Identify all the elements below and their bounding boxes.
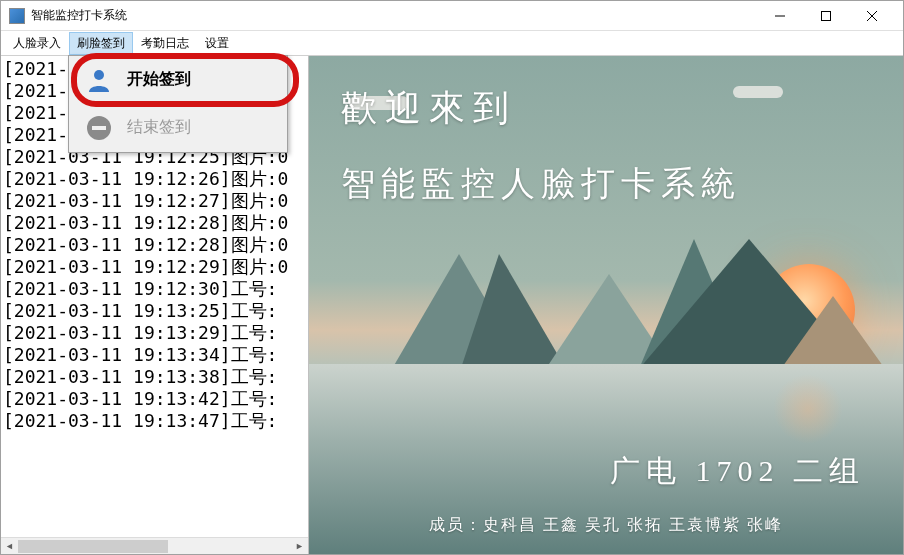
app-icon xyxy=(9,8,25,24)
log-line: [2021-03-11 19:13:34]工号: xyxy=(3,344,306,366)
svg-rect-6 xyxy=(92,126,106,130)
log-line: [2021-03-11 19:12:29]图片:0 xyxy=(3,256,306,278)
horizontal-scrollbar[interactable]: ◄ ► xyxy=(1,537,308,554)
svg-point-4 xyxy=(94,70,104,80)
scroll-thumb[interactable] xyxy=(18,540,168,553)
scroll-right-icon[interactable]: ► xyxy=(291,538,308,555)
menu-face-signin[interactable]: 刷脸签到 开始签到 结束签到 xyxy=(69,32,133,55)
log-line: [2021-03-11 19:13:25]工号: xyxy=(3,300,306,322)
log-line: [2021-03-11 19:12:27]图片:0 xyxy=(3,190,306,212)
sun-reflection xyxy=(773,374,843,444)
stop-icon xyxy=(85,114,113,142)
titlebar: 智能监控打卡系统 xyxy=(1,1,903,31)
menu-face-signin-label: 刷脸签到 xyxy=(77,36,125,50)
log-line: [2021-03-11 19:12:26]图片:0 xyxy=(3,168,306,190)
window-title: 智能监控打卡系统 xyxy=(31,7,757,24)
log-line: [2021-03-11 19:12:30]工号: xyxy=(3,278,306,300)
log-line: [2021-03-11 19:13:38]工号: xyxy=(3,366,306,388)
signin-dropdown: 开始签到 结束签到 xyxy=(68,55,288,153)
welcome-poster: 歡迎來到 智能監控人臉打卡系統 广电 1702 二组 成员：史科昌 王鑫 吴孔 … xyxy=(309,56,903,554)
scroll-left-icon[interactable]: ◄ xyxy=(1,538,18,555)
close-button[interactable] xyxy=(849,1,895,31)
poster-members: 成员：史科昌 王鑫 吴孔 张拓 王袁博紫 张峰 xyxy=(309,515,903,536)
log-line: [2021-03-11 19:12:28]图片:0 xyxy=(3,234,306,256)
scroll-track[interactable] xyxy=(18,538,291,555)
menu-face-input[interactable]: 人脸录入 xyxy=(5,32,69,55)
log-line: [2021-03-11 19:12:28]图片:0 xyxy=(3,212,306,234)
start-signin-item[interactable]: 开始签到 xyxy=(69,56,287,104)
menu-attendance-log[interactable]: 考勤日志 xyxy=(133,32,197,55)
log-line: [2021-03-11 19:13:29]工号: xyxy=(3,322,306,344)
app-window: 智能监控打卡系统 人脸录入 刷脸签到 开始签到 xyxy=(0,0,904,555)
poster-line1: 歡迎來到 xyxy=(341,84,741,133)
end-signin-label: 结束签到 xyxy=(127,117,191,138)
mountain-icon xyxy=(783,296,883,366)
window-controls xyxy=(757,1,895,31)
minimize-button[interactable] xyxy=(757,1,803,31)
menu-settings[interactable]: 设置 xyxy=(197,32,237,55)
maximize-button[interactable] xyxy=(803,1,849,31)
svg-rect-1 xyxy=(822,11,831,20)
start-signin-label: 开始签到 xyxy=(127,69,191,90)
poster-group: 广电 1702 二组 xyxy=(610,451,865,492)
poster-line2: 智能監控人臉打卡系統 xyxy=(341,161,741,207)
log-line: [2021-03-11 19:13:47]工号: xyxy=(3,410,306,432)
user-icon xyxy=(85,66,113,94)
poster-heading: 歡迎來到 智能監控人臉打卡系統 xyxy=(341,84,741,207)
menubar: 人脸录入 刷脸签到 开始签到 结束签到 考勤日志 设置 xyxy=(1,31,903,55)
end-signin-item: 结束签到 xyxy=(69,104,287,152)
log-line: [2021-03-11 19:13:42]工号: xyxy=(3,388,306,410)
